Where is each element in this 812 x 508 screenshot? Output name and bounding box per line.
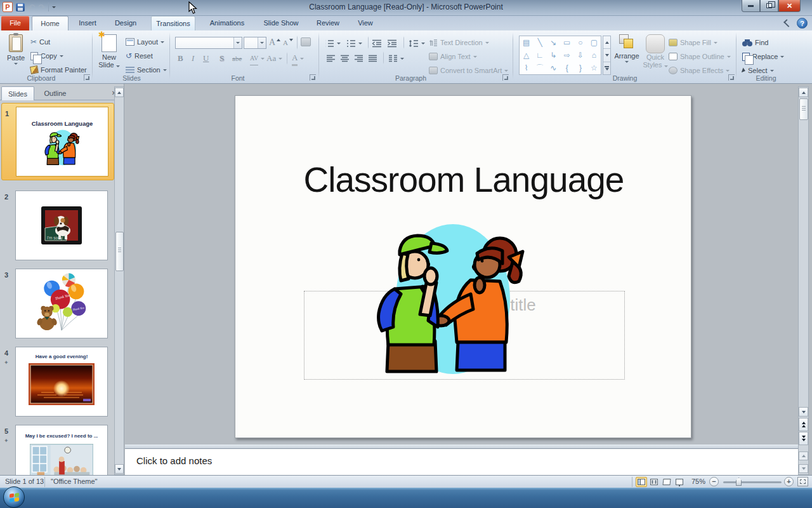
character-spacing-button[interactable]: AV — [250, 52, 265, 65]
shape-curve-icon[interactable]: ∿ — [547, 62, 560, 74]
decrease-indent-button[interactable] — [372, 37, 382, 50]
tab-insert[interactable]: Insert — [72, 16, 103, 30]
shape-star-icon[interactable]: ☆ — [587, 62, 601, 74]
slide-2-thumbnail[interactable]: I'm sorry — [15, 190, 108, 260]
paragraph-dialog-launcher[interactable] — [502, 74, 509, 81]
change-case-button[interactable]: Aa — [266, 52, 282, 65]
panel-tab-outline[interactable]: Outline — [37, 86, 74, 100]
tab-view[interactable]: View — [351, 16, 379, 30]
font-dialog-launcher[interactable] — [310, 74, 316, 81]
shape-left-brace-icon[interactable]: { — [560, 62, 573, 74]
zoom-slider-track[interactable] — [723, 481, 782, 483]
panel-scroll-up-button[interactable] — [115, 88, 124, 97]
layout-button[interactable]: Layout — [126, 36, 164, 48]
slide-3-thumbnail[interactable]: Thank You Thank You — [15, 269, 108, 338]
slide-5-thumbnail[interactable]: May I be excused? I need to ... — [15, 425, 108, 475]
align-text-button[interactable]: Align Text — [429, 50, 477, 63]
columns-button[interactable] — [388, 52, 404, 65]
drawing-dialog-launcher[interactable] — [728, 74, 735, 81]
zoom-level[interactable]: 75% — [691, 478, 705, 485]
gallery-scroll-up-icon[interactable] — [603, 36, 610, 49]
slide-sorter-view-button[interactable] — [648, 477, 660, 487]
shape-arc-icon[interactable]: ⌒ — [533, 62, 546, 74]
line-spacing-button[interactable] — [409, 37, 425, 50]
cut-button[interactable]: ✂Cut — [30, 36, 50, 48]
clear-formatting-button[interactable] — [301, 36, 311, 48]
collapse-ribbon-icon[interactable] — [783, 19, 792, 27]
shape-outline-button[interactable]: Shape Outline — [669, 50, 731, 63]
align-right-button[interactable] — [354, 52, 363, 65]
panel-tab-slides[interactable]: Slides — [1, 86, 34, 100]
restore-button[interactable] — [760, 0, 778, 12]
animation-star-icon[interactable]: ✦ — [4, 438, 9, 444]
panel-scrollbar[interactable] — [114, 86, 124, 475]
notes-scroll-up-button[interactable] — [799, 451, 808, 460]
minimize-button[interactable] — [742, 0, 760, 12]
underline-button[interactable]: U — [203, 52, 209, 65]
shape-triangle-icon[interactable]: △ — [520, 49, 533, 62]
font-name-dropdown-icon[interactable] — [233, 37, 242, 48]
thumbnail-cell-selected[interactable]: 1 Classroom Language — [1, 103, 114, 180]
tab-slide-show[interactable]: Slide Show — [259, 16, 303, 30]
shape-oval-icon[interactable]: ○ — [573, 36, 587, 49]
tab-design[interactable]: Design — [108, 16, 143, 30]
replace-button[interactable]: Replace — [742, 50, 784, 63]
zoom-slider-thumb[interactable] — [736, 478, 742, 486]
bold-button[interactable]: B — [178, 52, 183, 65]
slide-1-thumbnail[interactable]: Classroom Language — [16, 107, 108, 177]
italic-button[interactable]: I — [192, 52, 194, 65]
tab-animations[interactable]: Animations — [204, 16, 250, 30]
scroll-down-button[interactable] — [799, 407, 808, 417]
scroll-up-button[interactable] — [799, 88, 808, 97]
next-slide-button[interactable] — [799, 432, 808, 445]
paste-dropdown-icon[interactable] — [14, 63, 18, 65]
justify-button[interactable] — [368, 52, 377, 65]
panel-scroll-down-button[interactable] — [115, 464, 124, 474]
font-size-combo[interactable] — [244, 37, 266, 49]
fit-slide-to-window-button[interactable] — [797, 477, 808, 486]
shape-textbox-icon[interactable]: ▤ — [520, 36, 533, 49]
clipboard-dialog-launcher[interactable] — [84, 74, 90, 81]
close-button[interactable]: ✕ — [778, 0, 801, 12]
reset-button[interactable]: ↺Reset — [126, 50, 153, 62]
slide-canvas[interactable]: Classroom Language Click to add subtitle — [235, 95, 691, 438]
notes-scroll-down-button[interactable] — [799, 464, 808, 473]
slide-4-thumbnail[interactable]: Have a good evening! — [15, 347, 108, 417]
paste-button[interactable]: Paste — [4, 34, 28, 65]
shrink-font-button[interactable]: A — [283, 36, 293, 49]
shape-right-arrow-icon[interactable]: ⇨ — [560, 49, 573, 62]
quick-styles-button[interactable]: Quick Styles — [642, 34, 669, 69]
shape-scribble-icon[interactable]: ⌇ — [520, 62, 533, 74]
find-button[interactable]: Find — [742, 36, 768, 49]
slide-show-view-button[interactable] — [674, 477, 685, 487]
notes-pane[interactable]: Click to add notes — [125, 448, 798, 475]
text-direction-button[interactable]: Text Direction — [429, 36, 489, 49]
strikethrough-button[interactable]: abe — [232, 52, 242, 65]
previous-slide-button[interactable] — [799, 418, 808, 431]
tab-home[interactable]: Home — [32, 16, 69, 30]
animation-star-icon[interactable]: ✦ — [4, 359, 9, 366]
tab-transitions[interactable]: Transitions — [151, 16, 195, 30]
align-left-button[interactable] — [326, 52, 336, 65]
new-slide-button[interactable]: New Slide — [95, 34, 123, 69]
shapes-gallery-scrollbar[interactable] — [603, 36, 611, 75]
shape-elbow-icon[interactable]: ∟ — [533, 49, 546, 62]
shape-elbow-arrow-icon[interactable]: ↳ — [547, 49, 560, 62]
normal-view-button[interactable] — [636, 477, 647, 487]
shape-arrow-icon[interactable]: ↘ — [547, 36, 560, 49]
shapes-gallery[interactable]: ▤ ╲ ↘ ▭ ○ ▢ △ ∟ ↳ ⇨ ⇩ ⌂ ⌇ ⌒ ∿ { } ☆ — [519, 36, 601, 75]
gallery-more-icon[interactable] — [603, 62, 610, 74]
arrange-button[interactable]: Arrange — [613, 34, 641, 63]
grow-font-button[interactable]: A — [269, 36, 280, 49]
help-button[interactable]: ? — [797, 18, 808, 29]
shape-down-arrow-icon[interactable]: ⇩ — [573, 49, 587, 62]
shape-right-brace-icon[interactable]: } — [573, 62, 587, 74]
panel-scroll-thumb[interactable] — [115, 232, 124, 271]
numbering-button[interactable] — [346, 37, 362, 50]
slide-title[interactable]: Classroom Language — [235, 159, 692, 200]
shape-effects-button[interactable]: Shape Effects — [669, 64, 730, 77]
text-shadow-button[interactable]: S — [219, 52, 224, 65]
shape-line-icon[interactable]: ╲ — [533, 36, 546, 49]
bullets-button[interactable] — [325, 37, 341, 50]
font-name-combo[interactable] — [175, 37, 242, 49]
